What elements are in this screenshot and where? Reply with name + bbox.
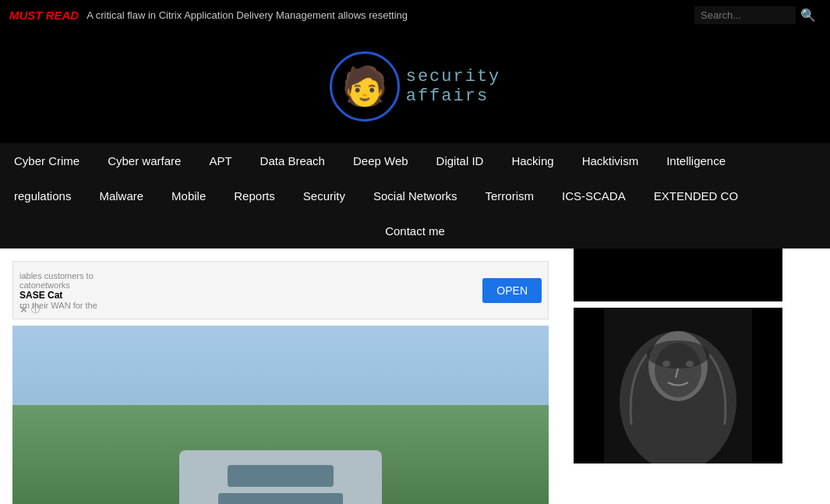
must-read-label: MUST READ bbox=[9, 9, 79, 22]
nav-item-data-breach[interactable]: Data Breach bbox=[246, 143, 339, 178]
logo-figure-icon: 🧑 bbox=[341, 65, 388, 108]
logo-area: 🧑 security affairs bbox=[0, 30, 830, 143]
search-button[interactable]: 🔍 bbox=[796, 8, 821, 23]
nav-item-hacking[interactable]: Hacking bbox=[497, 143, 567, 178]
main-nav: Cyber CrimeCyber warfareAPTData BreachDe… bbox=[0, 143, 830, 248]
ad-text-area: iables customers to catonetworks SASE Ca… bbox=[19, 271, 482, 310]
ad-title: SASE Cat bbox=[19, 290, 482, 301]
hacker-svg bbox=[604, 308, 752, 463]
hacker-figure bbox=[604, 308, 752, 463]
ad-provider: catonetworks bbox=[19, 280, 482, 290]
nav-item-terrorism[interactable]: Terrorism bbox=[472, 178, 549, 213]
ad-banner: iables customers to catonetworks SASE Ca… bbox=[12, 261, 549, 319]
nav-item-digital-id[interactable]: Digital ID bbox=[422, 143, 498, 178]
ad-close-icon[interactable]: ✕ bbox=[19, 304, 28, 315]
nav-item-apt[interactable]: APT bbox=[195, 143, 245, 178]
top-bar: MUST READ A critical flaw in Citrix Appl… bbox=[0, 0, 830, 30]
open-button[interactable]: OPEN bbox=[482, 278, 542, 303]
nav-item-regulations[interactable]: regulations bbox=[0, 178, 85, 213]
main-image-inner bbox=[12, 326, 549, 504]
ticker-text: A critical flaw in Citrix Application De… bbox=[87, 9, 682, 21]
ad-small-text: iables customers to bbox=[19, 271, 482, 280]
nav-row2: regulationsMalwareMobileReportsSecurityS… bbox=[0, 178, 830, 213]
nav-item-reports[interactable]: Reports bbox=[220, 178, 289, 213]
logo-circle: 🧑 bbox=[330, 51, 400, 122]
sidebar-dark-box bbox=[574, 248, 782, 301]
content-area: iables customers to catonetworks SASE Ca… bbox=[0, 248, 830, 504]
sign-bar-2 bbox=[218, 493, 343, 504]
nav-item-cyber-warfare[interactable]: Cyber warfare bbox=[94, 143, 195, 178]
nav-item-cyber-crime[interactable]: Cyber Crime bbox=[0, 143, 94, 178]
ad-info-icon[interactable]: ⓘ bbox=[31, 304, 40, 315]
logo-line1: security bbox=[406, 67, 501, 86]
ad-suffix: rm their WAN for the bbox=[19, 301, 482, 310]
ad-badge: ✕ ⓘ bbox=[19, 304, 40, 315]
sidebar bbox=[561, 248, 795, 504]
nav-item-security[interactable]: Security bbox=[289, 178, 359, 213]
main-content: iables customers to catonetworks SASE Ca… bbox=[0, 248, 561, 504]
nav-item-hacktivism[interactable]: Hacktivism bbox=[568, 143, 653, 178]
sidebar-image bbox=[574, 308, 782, 463]
logo-line2: affairs bbox=[406, 86, 501, 106]
nav-item-ics-scada[interactable]: ICS-SCADA bbox=[548, 178, 640, 213]
logo-text: security affairs bbox=[406, 67, 501, 106]
search-input[interactable] bbox=[694, 6, 796, 24]
sign-bar-1 bbox=[228, 465, 334, 487]
nav-item-contact-me[interactable]: Contact me bbox=[371, 213, 459, 248]
logo-container: 🧑 security affairs bbox=[330, 51, 501, 122]
nav-row3: Contact me bbox=[0, 213, 830, 248]
nav-item-social-networks[interactable]: Social Networks bbox=[359, 178, 472, 213]
nav-item-intelligence[interactable]: Intelligence bbox=[652, 143, 740, 178]
sign-shape bbox=[179, 450, 382, 504]
svg-point-7 bbox=[647, 340, 709, 368]
main-article-image bbox=[12, 326, 549, 504]
nav-item-mobile[interactable]: Mobile bbox=[157, 178, 220, 213]
nav-item-extended-co[interactable]: EXTENDED CO bbox=[640, 178, 752, 213]
nav-row1: Cyber CrimeCyber warfareAPTData BreachDe… bbox=[0, 143, 830, 178]
nav-item-malware[interactable]: Malware bbox=[85, 178, 157, 213]
search-wrapper: 🔍 bbox=[694, 6, 821, 24]
nav-item-deep-web[interactable]: Deep Web bbox=[339, 143, 422, 178]
